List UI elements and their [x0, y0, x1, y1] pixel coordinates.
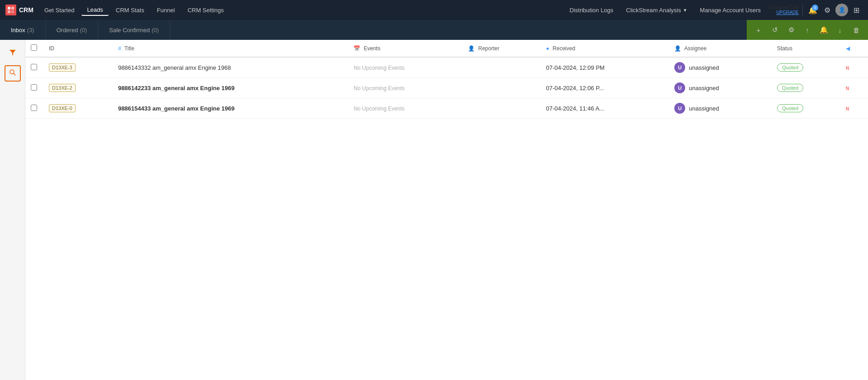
lead-id-badge[interactable]: D13XE-2: [49, 84, 76, 92]
row-indicator-cell: N: [840, 78, 868, 98]
assignee-container: U unassigned: [674, 62, 766, 73]
th-received[interactable]: ● Received: [541, 40, 669, 57]
chevron-down-icon: ▼: [683, 8, 687, 13]
upgrade-link[interactable]: UPGRADE: [777, 10, 799, 15]
row-title: 9886154433 am_general amx Engine 1969: [118, 105, 234, 112]
row-title: 9886142233 am_general amx Engine 1969: [118, 85, 234, 91]
app-logo[interactable]: CRM: [5, 5, 33, 15]
refresh-button[interactable]: ↺: [768, 24, 781, 36]
row-title-cell[interactable]: 9886142233 am_general amx Engine 1969: [113, 78, 348, 98]
svg-rect-3: [11, 10, 14, 13]
row-received: 07-04-2024, 11:46 A...: [546, 105, 605, 112]
status-column-label: Status: [777, 45, 792, 52]
download-icon: ↓: [838, 26, 842, 34]
svg-rect-2: [8, 10, 10, 13]
assignee-name: unassigned: [689, 85, 719, 91]
nav-get-started[interactable]: Get Started: [39, 5, 80, 15]
grid-icon: ⊞: [854, 6, 859, 14]
row-status-cell: Quoted: [772, 57, 840, 78]
th-events[interactable]: 📅 Events: [348, 40, 463, 57]
status-badge[interactable]: Quoted: [777, 84, 803, 92]
sale-confirmed-label: Sale Confirmed: [109, 27, 150, 34]
th-status[interactable]: Status: [772, 40, 840, 57]
row-title: 9886143332 am_general amx Engine 1968: [118, 64, 231, 71]
th-assignee[interactable]: 👤 Assignee: [669, 40, 772, 57]
table-row: D13XE-3 9886143332 am_general amx Engine…: [25, 57, 868, 78]
refresh-icon: ↺: [772, 26, 778, 34]
row-indicator-cell: N: [840, 98, 868, 119]
filter-settings-button[interactable]: ⚙: [785, 24, 797, 36]
add-button[interactable]: +: [752, 24, 765, 36]
received-column-label: Received: [553, 45, 575, 52]
tab-ordered[interactable]: Ordered (0): [46, 20, 99, 40]
svg-line-6: [14, 73, 15, 75]
status-badge[interactable]: Quoted: [777, 104, 803, 112]
lead-id-badge[interactable]: D13XE-0: [49, 104, 76, 112]
row-events-cell: No Upcoming Events: [348, 57, 463, 78]
main-area: ID # Title 📅 Events 👤 Reporter: [0, 40, 868, 380]
search-button[interactable]: [5, 65, 21, 82]
row-title-cell[interactable]: 9886143332 am_general amx Engine 1968: [113, 57, 348, 78]
lead-id-badge[interactable]: D13XE-3: [49, 63, 76, 72]
notification-button[interactable]: 🔔 0: [806, 4, 819, 16]
nav-distribution-logs[interactable]: Distribution Logs: [564, 5, 619, 15]
upload-button[interactable]: ↑: [801, 24, 814, 36]
th-reporter[interactable]: 👤 Reporter: [463, 40, 540, 57]
user-avatar[interactable]: 👤: [835, 4, 848, 16]
th-title[interactable]: # Title: [113, 40, 348, 57]
id-column-label: ID: [49, 45, 54, 52]
sub-toolbar-spacer: [170, 20, 747, 40]
download-button[interactable]: ↓: [834, 24, 846, 36]
tab-inbox[interactable]: Inbox (3): [0, 20, 46, 40]
row-checkbox-1[interactable]: [31, 84, 37, 91]
nav-crm-settings[interactable]: CRM Settings: [182, 5, 229, 15]
reporter-icon: 👤: [468, 45, 475, 52]
select-all-checkbox[interactable]: [31, 44, 37, 51]
received-dot-icon: ●: [546, 45, 549, 52]
alert-icon: 🔔: [820, 26, 828, 34]
assignee-container: U unassigned: [674, 82, 766, 93]
assignee-name: unassigned: [689, 64, 719, 71]
nav-leads[interactable]: Leads: [81, 5, 108, 16]
assignee-avatar: U: [674, 103, 685, 114]
svg-rect-0: [8, 7, 10, 10]
row-checkbox-2[interactable]: [31, 105, 37, 111]
nav-divider: [802, 5, 803, 15]
th-id: ID: [43, 40, 113, 57]
row-type-indicator: N: [846, 66, 849, 71]
search-icon: [9, 69, 16, 78]
settings-button[interactable]: ⚙: [821, 4, 834, 16]
alert-button[interactable]: 🔔: [817, 24, 830, 36]
table-row: D13XE-2 9886142233 am_general amx Engine…: [25, 78, 868, 98]
row-checkbox-cell: [25, 78, 43, 98]
row-reporter-cell: [463, 98, 540, 119]
nav-clickstream-analysis[interactable]: ClickStream Analysis ▼: [620, 5, 692, 15]
inbox-label: Inbox: [11, 27, 25, 34]
row-reporter-cell: [463, 78, 540, 98]
row-title-cell[interactable]: 9886154433 am_general amx Engine 1969: [113, 98, 348, 119]
trash-button[interactable]: 🗑: [850, 24, 863, 36]
logo-icon: [5, 5, 16, 15]
nav-manage-account-users[interactable]: Manage Account Users: [695, 5, 766, 15]
svg-marker-4: [10, 50, 16, 55]
assignee-name: unassigned: [689, 105, 719, 112]
sub-toolbar: Inbox (3) Ordered (0) Sale Confirmed (0)…: [0, 20, 868, 40]
row-received-cell: 07-04-2024, 12:09 PM: [541, 57, 669, 78]
tab-sale-confirmed[interactable]: Sale Confirmed (0): [98, 20, 170, 40]
leads-table: ID # Title 📅 Events 👤 Reporter: [25, 40, 868, 119]
gear-icon: ⚙: [824, 6, 830, 14]
grid-button[interactable]: ⊞: [850, 4, 863, 16]
clickstream-label: ClickStream Analysis: [626, 7, 681, 14]
th-checkbox: [25, 40, 43, 57]
row-id-cell: D13XE-2: [43, 78, 113, 98]
row-status-cell: Quoted: [772, 78, 840, 98]
row-checkbox-0[interactable]: [31, 64, 37, 70]
row-assignee-cell: U unassigned: [669, 78, 772, 98]
status-badge[interactable]: Quoted: [777, 63, 803, 72]
filter-button[interactable]: [5, 45, 21, 62]
nav-funnel[interactable]: Funnel: [152, 5, 181, 15]
nav-crm-stats[interactable]: CRM Stats: [110, 5, 150, 15]
row-checkbox-cell: [25, 57, 43, 78]
upload-icon: ↑: [806, 26, 809, 34]
extra-indicator: ◀: [846, 45, 850, 52]
